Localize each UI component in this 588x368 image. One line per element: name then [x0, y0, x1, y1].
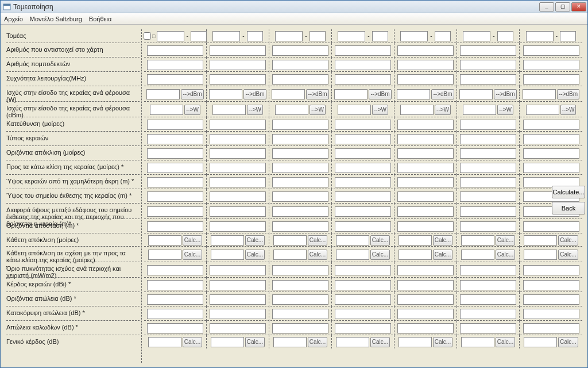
sector-sub-input[interactable]: [310, 31, 326, 41]
value-input[interactable]: [210, 294, 266, 305]
value-input[interactable]: [147, 221, 203, 232]
close-button[interactable]: ✕: [571, 2, 586, 12]
sector-sub-input[interactable]: [497, 31, 513, 41]
value-input[interactable]: [210, 60, 266, 70]
value-input[interactable]: [397, 323, 454, 334]
value-input[interactable]: [335, 74, 391, 85]
maximize-button[interactable]: ▢: [555, 2, 570, 12]
value-input[interactable]: [524, 235, 557, 246]
value-input[interactable]: [335, 265, 391, 275]
value-input[interactable]: [397, 309, 454, 319]
value-input[interactable]: [397, 60, 454, 70]
value-input[interactable]: [460, 120, 516, 130]
value-input[interactable]: [526, 105, 559, 115]
value-input[interactable]: [147, 323, 203, 334]
value-input[interactable]: [460, 221, 516, 232]
value-input[interactable]: [399, 250, 432, 260]
value-input[interactable]: [273, 250, 307, 260]
value-input[interactable]: [400, 105, 434, 115]
value-input[interactable]: [335, 280, 391, 290]
value-input[interactable]: [460, 60, 516, 70]
calc-button[interactable]: Calc...: [245, 337, 265, 347]
value-input[interactable]: [338, 105, 371, 115]
value-input[interactable]: [335, 134, 391, 144]
value-input[interactable]: [397, 120, 454, 130]
sector-sub-input[interactable]: [372, 31, 388, 41]
value-input[interactable]: [210, 280, 266, 290]
value-input[interactable]: [523, 134, 579, 144]
value-input[interactable]: [460, 45, 516, 56]
value-input[interactable]: [147, 191, 203, 202]
value-input[interactable]: [460, 191, 516, 202]
value-input[interactable]: [272, 323, 328, 334]
calculate-button[interactable]: Calculate...: [552, 186, 585, 198]
value-input[interactable]: [272, 294, 328, 305]
value-input[interactable]: [147, 120, 203, 130]
value-input[interactable]: [335, 163, 391, 173]
value-input[interactable]: [524, 337, 557, 347]
sector-input[interactable]: [463, 31, 490, 41]
value-input[interactable]: [211, 250, 244, 260]
to-w-button[interactable]: -->W: [184, 105, 200, 115]
value-input[interactable]: [150, 105, 183, 115]
sector-sub-input[interactable]: [435, 31, 451, 41]
sector-sub-input[interactable]: [191, 31, 207, 41]
value-input[interactable]: [211, 337, 244, 347]
value-input[interactable]: [397, 134, 454, 144]
sector-input[interactable]: [400, 31, 428, 41]
value-input[interactable]: [273, 337, 307, 347]
value-input[interactable]: [336, 337, 369, 347]
value-input[interactable]: [335, 45, 391, 56]
value-input[interactable]: [212, 105, 246, 115]
to-w-button[interactable]: -->W: [247, 105, 263, 115]
calc-button[interactable]: Calc...: [183, 235, 202, 246]
to-w-button[interactable]: -->W: [435, 105, 451, 115]
value-input[interactable]: [147, 163, 203, 173]
value-input[interactable]: [210, 163, 266, 173]
value-input[interactable]: [272, 148, 328, 159]
value-input[interactable]: [148, 337, 181, 347]
value-input[interactable]: [460, 148, 516, 159]
value-input[interactable]: [460, 265, 516, 275]
value-input[interactable]: [148, 250, 181, 260]
value-input[interactable]: [523, 120, 579, 130]
value-input[interactable]: [397, 265, 454, 275]
menu-file[interactable]: Αρχείο: [4, 16, 23, 22]
value-input[interactable]: [397, 45, 454, 56]
value-input[interactable]: [335, 309, 391, 319]
calc-button[interactable]: Calc...: [558, 235, 578, 246]
sector-input[interactable]: [212, 31, 240, 41]
menu-help[interactable]: Βοήθεια: [89, 16, 111, 22]
value-input[interactable]: [397, 148, 454, 159]
value-input[interactable]: [335, 60, 391, 70]
calc-button[interactable]: Calc...: [245, 235, 265, 246]
value-input[interactable]: [460, 294, 516, 305]
value-input[interactable]: [147, 294, 203, 305]
value-input[interactable]: [523, 265, 579, 275]
value-input[interactable]: [147, 134, 203, 144]
value-input[interactable]: [272, 89, 305, 99]
value-input[interactable]: [272, 280, 328, 290]
value-input[interactable]: [397, 221, 454, 232]
to-dbm-button[interactable]: -->dBm: [306, 89, 328, 99]
value-input[interactable]: [397, 280, 454, 290]
value-input[interactable]: [523, 294, 579, 305]
calc-button[interactable]: Calc...: [370, 337, 390, 347]
value-input[interactable]: [460, 177, 516, 187]
sector-input[interactable]: [275, 31, 303, 41]
value-input[interactable]: [399, 337, 432, 347]
to-dbm-button[interactable]: -->dBm: [369, 89, 391, 99]
value-input[interactable]: [148, 235, 181, 246]
value-input[interactable]: [210, 134, 266, 144]
calc-button[interactable]: Calc...: [183, 337, 202, 347]
calc-button[interactable]: Calc...: [433, 235, 452, 246]
sector-input[interactable]: [157, 31, 184, 41]
value-input[interactable]: [147, 206, 203, 217]
value-input[interactable]: [210, 191, 266, 202]
to-dbm-button[interactable]: -->dBm: [243, 89, 266, 99]
calc-button[interactable]: Calc...: [370, 250, 390, 260]
value-input[interactable]: [460, 134, 516, 144]
value-input[interactable]: [523, 45, 579, 56]
to-w-button[interactable]: -->W: [310, 105, 326, 115]
value-input[interactable]: [147, 177, 203, 187]
